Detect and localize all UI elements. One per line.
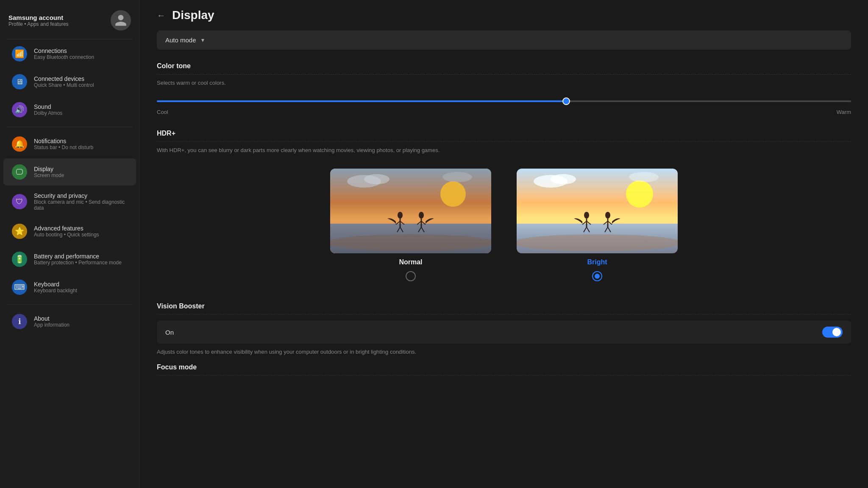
- hdr-option-bright[interactable]: Bright: [517, 169, 678, 281]
- account-section[interactable]: Samsung account Profile • Apps and featu…: [0, 0, 139, 39]
- sidebar: Samsung account Profile • Apps and featu…: [0, 0, 140, 488]
- sidebar-item-display[interactable]: 🖵DisplayScreen mode: [3, 158, 136, 186]
- beach-scene-normal: [330, 169, 491, 253]
- svg-point-1: [440, 181, 466, 207]
- sidebar-item-sub-advanced: Auto booting • Quick settings: [34, 232, 99, 238]
- security-icon: 🛡: [12, 194, 27, 209]
- svg-point-23: [584, 212, 589, 219]
- vision-booster-title: Vision Booster: [157, 302, 851, 315]
- sidebar-item-title-advanced: Advanced features: [34, 225, 99, 232]
- hdr-desc: With HDR+, you can see blurry or dark pa…: [157, 147, 851, 153]
- slider-wrapper[interactable]: [157, 97, 851, 105]
- sidebar-item-title-about: About: [34, 315, 70, 322]
- svg-point-4: [398, 212, 403, 219]
- svg-point-17: [364, 174, 389, 184]
- vision-booster-desc: Adjusts color tones to enhance visibilit…: [157, 349, 851, 355]
- slider-labels: Cool Warm: [157, 109, 851, 115]
- color-tone-desc: Selects warm or cool colors.: [157, 80, 851, 86]
- battery-icon: 🔋: [12, 252, 27, 267]
- hdr-title: HDR+: [157, 130, 851, 142]
- svg-point-20: [626, 180, 653, 208]
- slider-thumb[interactable]: [562, 97, 570, 105]
- main-content: ← Display Auto mode ▼ Color tone Selects…: [140, 0, 868, 488]
- slider-track: [157, 100, 851, 102]
- svg-point-22: [517, 234, 678, 251]
- svg-point-36: [551, 174, 576, 184]
- slider-label-cool: Cool: [157, 109, 168, 115]
- color-tone-title: Color tone: [157, 62, 851, 75]
- beach-scene-bright: [517, 169, 678, 253]
- notifications-icon: 🔔: [12, 136, 27, 152]
- hdr-normal-radio[interactable]: [406, 271, 416, 281]
- hdr-section: HDR+ With HDR+, you can see blurry or da…: [157, 130, 851, 290]
- sidebar-item-title-connections: Connections: [34, 47, 94, 54]
- sidebar-item-title-notifications: Notifications: [34, 138, 93, 144]
- sidebar-item-sub-battery: Battery protection • Performance mode: [34, 260, 122, 266]
- sidebar-item-sub-about: App information: [34, 322, 70, 328]
- svg-point-29: [605, 212, 610, 219]
- main-header: ← Display: [140, 0, 868, 30]
- sidebar-divider-2: [7, 127, 133, 127]
- account-sub: Profile • Apps and features: [8, 21, 104, 27]
- vision-booster-section: Vision Booster On Adjusts color tones to…: [157, 302, 851, 376]
- account-name: Samsung account: [8, 14, 104, 21]
- about-icon: ℹ: [12, 314, 27, 329]
- sidebar-item-sound[interactable]: 🔊SoundDolby Atmos: [3, 96, 136, 123]
- hdr-options: Normal: [157, 160, 851, 290]
- sidebar-item-about[interactable]: ℹAboutApp information: [3, 308, 136, 335]
- sidebar-item-sub-notifications: Status bar • Do not disturb: [34, 144, 93, 150]
- auto-mode-dropdown[interactable]: Auto mode ▼: [157, 30, 851, 50]
- vision-booster-toggle-row[interactable]: On: [157, 321, 851, 344]
- page-title: Display: [172, 8, 214, 22]
- connected-devices-icon: 🖥: [12, 74, 27, 89]
- sidebar-item-security[interactable]: 🛡Security and privacyBlock camera and mi…: [3, 186, 136, 217]
- sidebar-item-title-battery: Battery and performance: [34, 253, 122, 260]
- sidebar-item-title-sound: Sound: [34, 103, 62, 110]
- sidebar-item-battery[interactable]: 🔋Battery and performanceBattery protecti…: [3, 246, 136, 273]
- dropdown-label: Auto mode: [165, 36, 196, 44]
- avatar: [111, 10, 131, 30]
- color-tone-section: Color tone Selects warm or cool colors. …: [157, 62, 851, 117]
- sound-icon: 🔊: [12, 102, 27, 117]
- sidebar-item-title-keyboard: Keyboard: [34, 281, 77, 288]
- sidebar-item-title-connected-devices: Connected devices: [34, 75, 94, 82]
- beach-svg-bright: [517, 169, 678, 253]
- advanced-icon: ⭐: [12, 224, 27, 239]
- connections-icon: 📶: [12, 46, 27, 61]
- sidebar-item-keyboard[interactable]: ⌨KeyboardKeyboard backlight: [3, 274, 136, 301]
- svg-point-3: [330, 234, 491, 251]
- sidebar-item-title-security: Security and privacy: [34, 192, 128, 199]
- keyboard-icon: ⌨: [12, 280, 27, 295]
- hdr-image-normal: [330, 169, 491, 253]
- sidebar-divider-8: [7, 304, 133, 305]
- vision-booster-toggle[interactable]: [822, 327, 843, 338]
- back-button[interactable]: ←: [157, 11, 165, 20]
- svg-point-10: [419, 212, 424, 219]
- sidebar-item-sub-security: Block camera and mic • Send diagnostic d…: [34, 199, 128, 211]
- sidebar-item-connections[interactable]: 📶ConnectionsEasy Bluetooth connection: [3, 40, 136, 67]
- hdr-normal-label: Normal: [399, 258, 422, 266]
- focus-mode-title: Focus mode: [157, 363, 851, 376]
- sidebar-item-notifications[interactable]: 🔔NotificationsStatus bar • Do not distur…: [3, 130, 136, 158]
- sidebar-item-sub-connected-devices: Quick Share • Multi control: [34, 82, 94, 88]
- hdr-option-normal[interactable]: Normal: [330, 169, 491, 281]
- svg-point-18: [442, 172, 472, 182]
- color-tone-slider-container: Cool Warm: [157, 93, 851, 117]
- slider-fill: [157, 100, 566, 102]
- sidebar-item-advanced[interactable]: ⭐Advanced featuresAuto booting • Quick s…: [3, 218, 136, 245]
- svg-point-37: [629, 172, 659, 182]
- display-icon: 🖵: [12, 164, 27, 180]
- beach-svg-normal: [330, 169, 491, 253]
- sidebar-item-sub-display: Screen mode: [34, 172, 64, 178]
- person-icon: [114, 14, 128, 27]
- sidebar-item-sub-sound: Dolby Atmos: [34, 110, 62, 116]
- sidebar-item-title-display: Display: [34, 166, 64, 172]
- hdr-bright-radio[interactable]: [592, 271, 602, 281]
- slider-label-warm: Warm: [837, 109, 851, 115]
- dropdown-arrow-icon: ▼: [200, 37, 206, 43]
- hdr-image-bright: [517, 169, 678, 253]
- sidebar-item-sub-connections: Easy Bluetooth connection: [34, 54, 94, 60]
- sidebar-item-connected-devices[interactable]: 🖥Connected devicesQuick Share • Multi co…: [3, 68, 136, 95]
- vision-booster-toggle-label: On: [165, 329, 174, 336]
- content-area: Auto mode ▼ Color tone Selects warm or c…: [140, 30, 868, 393]
